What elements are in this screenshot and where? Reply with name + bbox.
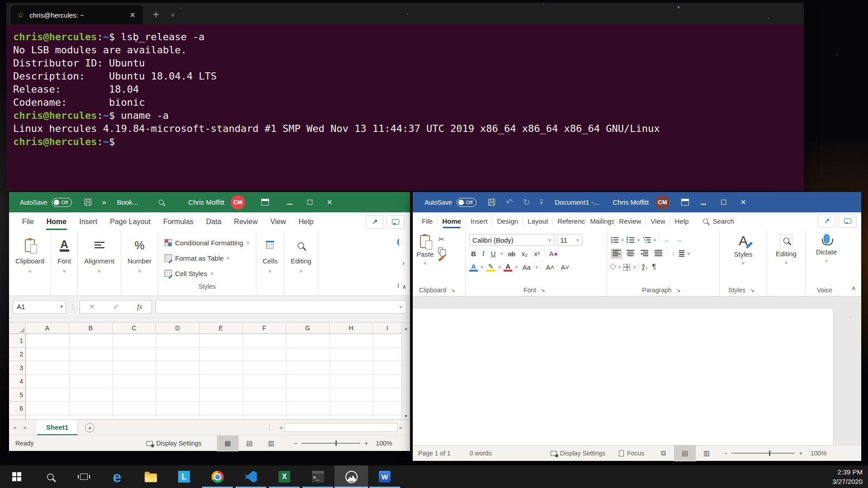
subscript-button[interactable]: x₂ xyxy=(520,250,529,258)
formula-input[interactable]: ˅ xyxy=(156,300,406,314)
tab-layout[interactable]: Layout xyxy=(523,216,553,226)
bold-button[interactable]: B xyxy=(469,250,478,258)
column-header[interactable]: H xyxy=(330,323,373,333)
zoom-level[interactable]: 100% xyxy=(372,440,392,447)
multilevel-list-icon[interactable] xyxy=(643,237,651,243)
taskbar-photos[interactable] xyxy=(335,465,368,488)
taskbar-file-explorer[interactable] xyxy=(134,465,167,488)
taskbar-chrome[interactable] xyxy=(201,465,234,488)
taskbar-search-button[interactable] xyxy=(33,465,67,488)
quick-access-customize-icon[interactable]: ˅ xyxy=(540,200,543,205)
row-header[interactable]: 4 xyxy=(9,375,25,388)
tab-help[interactable]: Help xyxy=(292,212,319,231)
formula-bar-expand-icon[interactable]: ˅ xyxy=(396,304,406,310)
bullets-icon[interactable] xyxy=(611,237,618,243)
save-icon[interactable] xyxy=(85,199,91,206)
column-header[interactable]: A xyxy=(26,323,69,333)
zoom-slider-handle[interactable] xyxy=(335,441,337,446)
scroll-left-icon[interactable]: ◂ xyxy=(277,424,284,431)
ribbon-overflow[interactable]: › I ∧ xyxy=(393,231,406,296)
vertical-scrollbar-up[interactable]: ▲ xyxy=(401,323,410,334)
font-group-button[interactable]: A Font ˅ xyxy=(51,231,77,296)
ribbon-display-options-icon[interactable] xyxy=(261,199,269,206)
enter-button[interactable]: ✓ xyxy=(113,303,119,311)
taskbar-clock[interactable]: 2:39 PM 3/27/2020 xyxy=(832,465,868,488)
redo-icon[interactable]: ↻ xyxy=(523,197,530,207)
clipboard-group-button[interactable]: Clipboard ˅ xyxy=(9,231,51,296)
tab-file[interactable]: File xyxy=(417,216,438,226)
borders-icon[interactable] xyxy=(623,264,630,271)
tab-close-icon[interactable]: ✕ xyxy=(127,11,138,19)
shading-icon[interactable] xyxy=(610,263,616,270)
avatar[interactable]: CM xyxy=(655,195,670,210)
column-header[interactable]: F xyxy=(243,323,286,333)
clipboard-dialog-launcher[interactable]: ↘ xyxy=(451,287,455,293)
tab-dropdown-icon[interactable]: ˅ xyxy=(171,11,175,19)
conditional-formatting-button[interactable]: Conditional Formatting˅ xyxy=(165,236,249,249)
quick-access-overflow[interactable]: » xyxy=(102,198,106,206)
italic-button[interactable]: I xyxy=(481,250,486,258)
new-tab-button[interactable]: + xyxy=(153,8,159,21)
taskbar-vscode[interactable] xyxy=(234,465,268,488)
autosave-toggle[interactable]: Off xyxy=(457,198,476,207)
tab-insert[interactable]: Insert xyxy=(73,212,103,231)
alignment-group-button[interactable]: Alignment ˅ xyxy=(78,231,121,296)
ribbon-scroll-right[interactable]: › xyxy=(402,259,405,267)
dictate-button[interactable]: Dictate xyxy=(816,248,837,256)
horizontal-scrollbar[interactable]: ⋮ ◂ ▸ xyxy=(266,423,405,432)
decrease-indent-icon[interactable]: ← xyxy=(662,237,671,244)
font-name-combo[interactable]: Calibri (Body)˅ xyxy=(469,234,554,246)
name-box-dropdown-icon[interactable]: ▾ xyxy=(57,304,66,310)
name-box[interactable]: A1 ▾ xyxy=(13,300,66,314)
strikethrough-button[interactable]: ab xyxy=(506,250,517,258)
comments-button[interactable] xyxy=(839,214,857,228)
font-color-button[interactable]: A xyxy=(504,263,512,272)
tab-view[interactable]: View xyxy=(264,212,292,231)
scrollbar-thumb[interactable] xyxy=(284,423,397,432)
formula-bar-splitter[interactable]: ⋮ xyxy=(70,303,76,310)
tab-references[interactable]: References xyxy=(553,216,585,226)
terminal-output[interactable]: chris@hercules:~$lsb_release -a No LSB m… xyxy=(6,24,804,191)
tab-insert[interactable]: Insert xyxy=(466,216,493,226)
row-header[interactable]: 5 xyxy=(9,388,25,402)
taskbar-edge[interactable]: e xyxy=(100,465,134,488)
superscript-button[interactable]: x² xyxy=(532,250,542,258)
tab-formulas[interactable]: Formulas xyxy=(157,212,199,231)
zoom-out-button[interactable]: − xyxy=(724,450,727,457)
column-header[interactable]: B xyxy=(69,323,113,333)
vertical-scrollbar[interactable]: ▼ xyxy=(401,334,410,419)
taskbar-word[interactable]: W xyxy=(368,465,401,488)
numbering-icon[interactable] xyxy=(627,237,634,243)
column-header[interactable]: I xyxy=(373,323,401,333)
comments-button[interactable] xyxy=(387,215,405,229)
tab-file[interactable]: File xyxy=(16,212,40,231)
zoom-level[interactable]: 100% xyxy=(807,450,827,457)
zoom-slider[interactable] xyxy=(731,453,795,454)
minimize-button[interactable] xyxy=(280,198,300,207)
tab-home[interactable]: Home xyxy=(41,212,72,231)
show-paragraph-marks-button[interactable]: ¶ xyxy=(650,263,658,271)
start-button[interactable] xyxy=(0,465,33,488)
insert-function-button[interactable]: fx xyxy=(137,303,142,311)
font-size-combo[interactable]: 11˅ xyxy=(557,234,582,246)
line-spacing-icon[interactable]: ↕ xyxy=(670,250,676,257)
user-name[interactable]: Chris Moffitt xyxy=(188,198,224,206)
close-button[interactable]: × xyxy=(320,197,340,207)
focus-button[interactable]: Focus xyxy=(619,450,644,457)
search-icon[interactable] xyxy=(159,200,164,205)
text-effects-button[interactable]: A xyxy=(469,263,478,272)
change-case-button[interactable]: Aa xyxy=(521,263,533,271)
undo-icon[interactable]: ↶ xyxy=(506,197,513,207)
close-button[interactable]: × xyxy=(733,197,753,207)
terminal-titlebar[interactable]: ☆ chris@hercules: ~ ✕ + ˅ xyxy=(6,3,804,24)
cells-group-button[interactable]: Cells ˅ xyxy=(256,231,284,296)
column-header[interactable]: D xyxy=(156,323,199,333)
share-button[interactable]: ↗ xyxy=(366,215,384,229)
tab-design[interactable]: Design xyxy=(492,216,523,226)
underline-button[interactable]: U xyxy=(489,250,498,258)
tab-help[interactable]: Help xyxy=(670,216,693,226)
cut-button[interactable]: ✂ xyxy=(438,235,444,244)
editing-button[interactable] xyxy=(780,234,793,247)
page-indicator[interactable]: Page 1 of 1 xyxy=(418,450,451,457)
tab-home[interactable]: Home xyxy=(438,216,466,226)
